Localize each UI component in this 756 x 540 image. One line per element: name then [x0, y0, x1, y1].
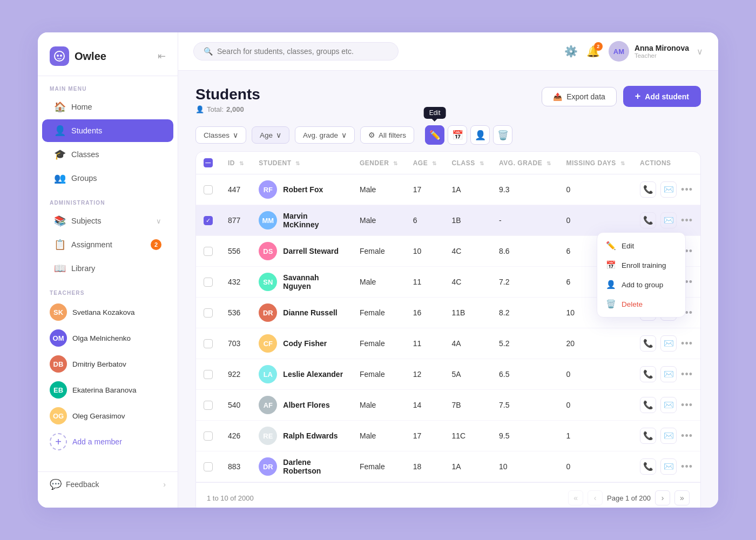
- email-btn[interactable]: ✉️: [660, 397, 677, 413]
- call-btn[interactable]: 📞: [640, 335, 656, 352]
- email-btn[interactable]: ✉️: [660, 181, 677, 198]
- row-checkbox-cell[interactable]: [196, 451, 220, 482]
- classes-filter[interactable]: Classes ∨: [195, 126, 246, 144]
- export-label: Export data: [566, 92, 605, 101]
- delete-toolbar-btn[interactable]: 🗑️: [493, 125, 512, 145]
- teacher-4[interactable]: EB Ekaterina Baranova: [38, 377, 178, 403]
- call-btn[interactable]: 📞: [640, 181, 656, 198]
- add-member-btn[interactable]: + Add a member: [38, 429, 178, 455]
- avg-grade-sort-icon[interactable]: ⇅: [546, 160, 551, 166]
- row-student: DR Darlene Robertson: [251, 451, 352, 482]
- row-checkbox-cell[interactable]: [196, 205, 220, 236]
- row-checkbox[interactable]: [204, 308, 213, 318]
- row-checkbox-cell[interactable]: [196, 390, 220, 421]
- more-btn[interactable]: •••: [681, 215, 693, 226]
- sidebar-item-groups[interactable]: 👥 Groups: [42, 167, 173, 190]
- row-checkbox[interactable]: [204, 185, 213, 194]
- age-sort-icon[interactable]: ⇅: [432, 160, 437, 166]
- next-page-btn[interactable]: ›: [655, 490, 670, 505]
- row-checkbox-cell[interactable]: [196, 359, 220, 390]
- student-sort-icon[interactable]: ⇅: [295, 160, 300, 166]
- sidebar-item-library[interactable]: 📖 Library: [42, 257, 173, 280]
- row-checkbox[interactable]: [204, 462, 213, 471]
- search-input[interactable]: [217, 47, 388, 56]
- prev-page-btn[interactable]: ‹: [588, 490, 603, 505]
- all-filters-btn[interactable]: ⚙ All filters: [360, 126, 414, 144]
- call-btn[interactable]: 📞: [640, 366, 656, 382]
- row-checkbox-cell[interactable]: [196, 236, 220, 267]
- user-info[interactable]: AM Anna Mironova Teacher ∨: [609, 41, 703, 62]
- email-btn[interactable]: ✉️: [660, 428, 677, 444]
- avg-grade-filter[interactable]: Avg. grade ∨: [295, 126, 355, 144]
- row-checkbox-cell[interactable]: [196, 328, 220, 359]
- email-btn[interactable]: ✉️: [660, 366, 677, 382]
- teacher-1[interactable]: SK Svetlana Kozakova: [38, 299, 178, 325]
- more-btn[interactable]: •••: [681, 338, 693, 349]
- add-student-btn[interactable]: + Add student: [623, 86, 701, 107]
- notifications-btn[interactable]: 🔔 2: [586, 45, 600, 58]
- row-checkbox-cell[interactable]: [196, 421, 220, 451]
- more-btn[interactable]: •••: [681, 430, 693, 442]
- export-btn[interactable]: 📤 Export data: [542, 87, 617, 106]
- first-page-btn[interactable]: «: [568, 490, 583, 505]
- sidebar-item-subjects[interactable]: 📚 Subjects ∨: [42, 210, 173, 232]
- row-checkbox-cell[interactable]: [196, 174, 220, 205]
- more-btn[interactable]: •••: [681, 461, 693, 473]
- row-checkbox-cell[interactable]: [196, 267, 220, 298]
- sidebar-item-assignment[interactable]: 📋 Assignment 2: [42, 233, 173, 256]
- settings-btn[interactable]: ⚙️: [564, 45, 578, 58]
- email-btn[interactable]: ✉️: [660, 458, 677, 475]
- id-sort-icon[interactable]: ⇅: [239, 160, 244, 166]
- row-checkbox[interactable]: [204, 401, 213, 410]
- email-btn[interactable]: ✉️: [660, 212, 677, 228]
- call-btn[interactable]: 📞: [640, 397, 656, 413]
- age-filter[interactable]: Age ∨: [252, 126, 289, 144]
- teacher-3[interactable]: DB Dmitriy Berbatov: [38, 351, 178, 377]
- select-all-header[interactable]: [196, 152, 220, 174]
- context-menu-enroll-training[interactable]: 📅Enroll training: [597, 255, 685, 275]
- group-toolbar-btn[interactable]: 👤: [470, 125, 490, 145]
- sidebar-item-feedback[interactable]: 💬 Feedback ›: [38, 471, 178, 497]
- row-student: DR Dianne Russell: [251, 298, 352, 328]
- call-btn[interactable]: 📞: [640, 212, 656, 228]
- row-checkbox[interactable]: [204, 247, 213, 256]
- row-checkbox[interactable]: [204, 216, 213, 225]
- table-row: 922 LA Leslie Alexander Female 12 5A 6.5…: [196, 359, 700, 390]
- more-btn[interactable]: •••: [681, 184, 693, 195]
- teacher-5[interactable]: OG Oleg Gerasimov: [38, 403, 178, 429]
- call-btn[interactable]: 📞: [640, 428, 656, 444]
- sidebar-collapse-btn[interactable]: ⇤: [158, 50, 166, 62]
- teacher-2[interactable]: OM Olga Melnichenko: [38, 325, 178, 351]
- more-btn[interactable]: •••: [681, 369, 693, 380]
- row-checkbox[interactable]: [204, 339, 213, 348]
- action-icons: 📞 ✉️ •••: [640, 212, 693, 228]
- row-checkbox[interactable]: [204, 370, 213, 379]
- select-all-checkbox[interactable]: [204, 158, 213, 167]
- gender-sort-icon[interactable]: ⇅: [393, 160, 398, 166]
- table-row: 426 RE Ralph Edwards Male 17 11C 9.5 1 📞…: [196, 421, 700, 451]
- table-body: 447 RF Robert Fox Male 17 1A 9.3 0 📞 ✉️ …: [196, 174, 700, 482]
- row-checkbox[interactable]: [204, 278, 213, 287]
- class-sort-icon[interactable]: ⇅: [480, 160, 484, 166]
- sidebar-item-home[interactable]: 🏠 Home: [42, 96, 173, 118]
- col-avg-grade: AVG. GRADE ⇅: [491, 152, 558, 174]
- admin-label: ADMINISTRATION: [38, 190, 178, 209]
- context-menu-edit[interactable]: ✏️Edit: [597, 236, 685, 255]
- row-checkbox[interactable]: [204, 431, 213, 441]
- email-btn[interactable]: ✉️: [660, 335, 677, 352]
- sidebar-item-students[interactable]: 👤 Students: [42, 119, 173, 142]
- schedule-toolbar-btn[interactable]: 📅: [448, 125, 467, 145]
- row-id: 703: [220, 328, 251, 359]
- more-btn[interactable]: •••: [681, 400, 693, 411]
- context-menu-delete[interactable]: 🗑️Delete: [597, 294, 685, 314]
- context-menu-add-to-group[interactable]: 👤Add to group: [597, 275, 685, 294]
- sidebar-item-classes[interactable]: 🎓 Classes: [42, 143, 173, 166]
- table-row: 877 MM Marvin McKinney Male 6 1B - 0 📞 ✉…: [196, 205, 700, 236]
- sidebar-item-groups-label: Groups: [71, 174, 97, 183]
- edit-toolbar-btn[interactable]: ✏️: [425, 125, 444, 145]
- missing-days-sort-icon[interactable]: ⇅: [620, 160, 625, 166]
- row-checkbox-cell[interactable]: [196, 298, 220, 328]
- last-page-btn[interactable]: »: [674, 490, 690, 505]
- page-actions: 📤 Export data + Add student: [542, 86, 701, 107]
- call-btn[interactable]: 📞: [640, 458, 656, 475]
